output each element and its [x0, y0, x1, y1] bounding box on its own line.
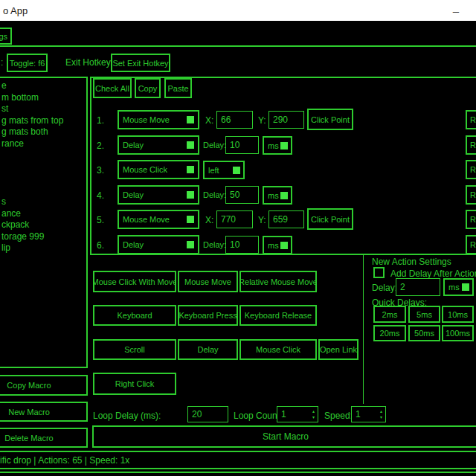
- click-point-button[interactable]: Click Point: [307, 208, 353, 230]
- copy-macro-button[interactable]: Copy Macro: [0, 375, 88, 396]
- minimize-icon: –: [453, 4, 459, 17]
- macro-list-item[interactable]: g mats from top: [1, 115, 63, 126]
- nas-delay-value: 2: [400, 282, 405, 292]
- action-row-number: 1.: [97, 115, 104, 126]
- add-keyboard-press-button[interactable]: Keyboard Press: [178, 305, 238, 326]
- click-point-button[interactable]: Click Point: [307, 109, 353, 130]
- add-keyboard-press-label: Keyboard Press: [178, 311, 237, 320]
- add-keyboard-release-label: Keyboard Release: [245, 311, 312, 320]
- quick-delay-2ms-button[interactable]: 2ms: [373, 306, 406, 323]
- add-mouse-click-with-move-button[interactable]: Mouse Click With Move: [93, 271, 176, 292]
- x-value: 66: [221, 115, 231, 125]
- delay-unit-dropdown[interactable]: ms: [263, 186, 292, 205]
- remove-row-button[interactable]: R: [466, 160, 476, 179]
- macro-list-item[interactable]: g mats both: [1, 126, 48, 137]
- dropdown-indicator-icon: [187, 141, 194, 149]
- y-input[interactable]: 659: [268, 210, 304, 228]
- add-right-click-button[interactable]: Right Click: [93, 373, 176, 395]
- macro-list-item[interactable]: rance: [1, 138, 24, 149]
- quick-delay-20ms-button[interactable]: 20ms: [373, 325, 406, 341]
- app-window: o App – gs : Toggle: f6 Exit Hotkey: Set…: [0, 0, 476, 476]
- action-type-dropdown[interactable]: Mouse Click: [118, 160, 199, 179]
- add-delay-button[interactable]: Delay: [178, 339, 238, 360]
- macro-list-item[interactable]: s: [1, 196, 6, 207]
- loop-count-spinner[interactable]: ▴ ▾: [312, 409, 315, 419]
- action-row-number: 2.: [97, 141, 104, 151]
- macro-list-item[interactable]: m bottom: [1, 92, 39, 103]
- remove-row-button[interactable]: R: [466, 185, 476, 205]
- remove-row-button[interactable]: R: [466, 110, 476, 129]
- minimize-button[interactable]: –: [442, 0, 470, 21]
- section-divider: [363, 255, 364, 404]
- nas-unit-dropdown[interactable]: ms: [443, 278, 474, 296]
- start-macro-label: Start Macro: [263, 431, 309, 442]
- add-scroll-button[interactable]: Scroll: [93, 339, 176, 360]
- macro-list-item[interactable]: e: [1, 80, 7, 91]
- macro-list-item[interactable]: torage 999: [1, 231, 44, 242]
- loop-delay-input[interactable]: 20: [187, 406, 228, 422]
- action-type-dropdown[interactable]: Delay: [118, 135, 199, 155]
- add-delay-checkbox[interactable]: [373, 267, 385, 278]
- menu-settings-button[interactable]: gs: [0, 28, 12, 45]
- dropdown-indicator-icon: [280, 142, 288, 149]
- new-macro-button[interactable]: New Macro: [0, 402, 88, 422]
- delay-label: Delay:: [203, 190, 226, 199]
- action-type-dropdown[interactable]: Delay: [118, 235, 199, 254]
- quick-delay-100ms-button[interactable]: 100ms: [442, 325, 474, 341]
- quick-delay-50ms-button[interactable]: 50ms: [408, 325, 440, 341]
- add-keyboard-button[interactable]: Keyboard: [93, 305, 176, 326]
- statusbar-text: ific drop | Actions: 65 | Speed: 1x: [0, 455, 129, 466]
- check-all-button[interactable]: Check All: [93, 78, 132, 98]
- add-keyboard-release-button[interactable]: Keyboard Release: [239, 305, 317, 326]
- macro-list-item[interactable]: ckpack: [1, 219, 29, 230]
- speed-spinner[interactable]: ▴ ▾: [380, 409, 382, 419]
- remove-row-label: R: [470, 165, 476, 174]
- speed-stepper[interactable]: 1 ▴ ▾: [351, 406, 386, 422]
- set-exit-hotkey-button[interactable]: Set Exit Hotkey: [111, 54, 170, 72]
- window-title: o App: [3, 5, 28, 16]
- x-input[interactable]: 66: [216, 111, 253, 129]
- delete-macro-button[interactable]: Delete Macro: [0, 428, 88, 448]
- add-mouse-move-button[interactable]: Mouse Move: [178, 271, 238, 292]
- action-type-dropdown[interactable]: Mouse Move: [118, 110, 199, 129]
- mouse-button-dropdown[interactable]: left: [203, 161, 245, 179]
- add-mouse-move-label: Mouse Move: [184, 277, 231, 286]
- delay-input[interactable]: 10: [225, 236, 259, 254]
- add-mouse-click-button[interactable]: Mouse Click: [239, 339, 317, 360]
- start-macro-button[interactable]: Start Macro: [92, 425, 476, 448]
- action-row-number: 4.: [97, 190, 104, 201]
- dropdown-indicator-icon: [187, 116, 194, 123]
- delay-unit-dropdown[interactable]: ms: [263, 136, 292, 155]
- add-relative-mouse-move-button[interactable]: Relative Mouse Move: [239, 271, 317, 292]
- delay-input[interactable]: 50: [225, 186, 259, 204]
- remove-row-button[interactable]: R: [466, 135, 476, 155]
- macro-list-item[interactable]: ance: [1, 208, 21, 219]
- quick-delay-10ms-button[interactable]: 10ms: [442, 306, 474, 323]
- new-action-settings-title: New Action Settings: [372, 257, 451, 267]
- hotkey-label-fragment: :: [1, 57, 3, 68]
- macro-list-item[interactable]: lip: [1, 242, 10, 253]
- action-row-number: 5.: [97, 215, 104, 225]
- macro-list-item[interactable]: st: [1, 103, 8, 114]
- nas-delay-input[interactable]: 2: [396, 278, 440, 296]
- quick-delay-label: 20ms: [380, 329, 400, 338]
- remove-row-button[interactable]: R: [466, 210, 476, 229]
- quick-delay-5ms-button[interactable]: 5ms: [408, 306, 440, 323]
- remove-row-button[interactable]: R: [466, 235, 476, 254]
- action-type-value: Mouse Click: [123, 165, 167, 174]
- y-input[interactable]: 290: [268, 111, 304, 129]
- x-input[interactable]: 770: [216, 210, 253, 228]
- delay-value: 10: [230, 140, 239, 150]
- delay-input[interactable]: 10: [225, 136, 259, 154]
- paste-label: Paste: [167, 84, 188, 93]
- paste-button[interactable]: Paste: [164, 78, 192, 98]
- delay-unit-dropdown[interactable]: ms: [263, 236, 292, 254]
- copy-button[interactable]: Copy: [135, 78, 161, 98]
- action-type-dropdown[interactable]: Mouse Move: [118, 210, 199, 229]
- action-type-value: Delay: [123, 190, 144, 199]
- loop-count-stepper[interactable]: 1 ▴ ▾: [277, 406, 318, 422]
- action-type-dropdown[interactable]: Delay: [118, 185, 199, 205]
- toggle-hotkey-button[interactable]: Toggle: f6: [7, 54, 48, 72]
- delay-unit-value: ms: [268, 141, 279, 150]
- add-open-link-button[interactable]: Open Link: [318, 339, 358, 360]
